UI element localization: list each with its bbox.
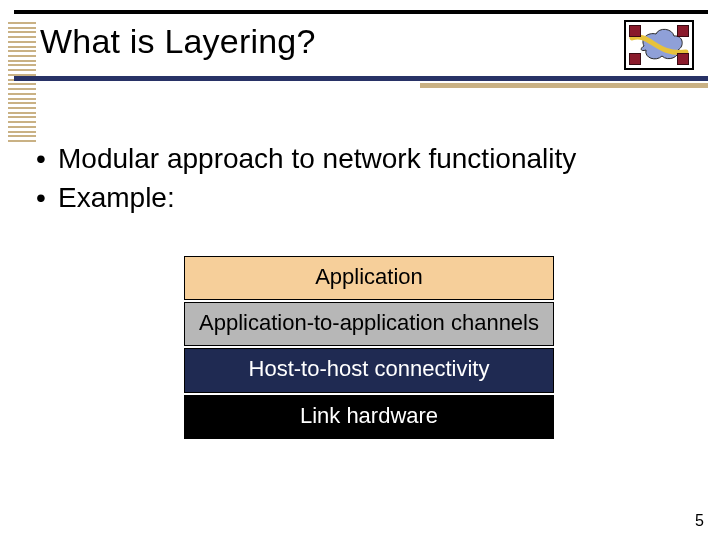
title-underline-dark xyxy=(14,76,708,81)
bullet-item: • Modular approach to network functional… xyxy=(36,140,576,179)
layer-stack: Application Application-to-application c… xyxy=(184,256,554,439)
layer-application: Application xyxy=(184,256,554,300)
bullet-text: Example: xyxy=(58,179,175,218)
bullet-mark: • xyxy=(36,179,58,218)
bullet-text: Modular approach to network functionalit… xyxy=(58,140,576,179)
bullet-list: • Modular approach to network functional… xyxy=(36,140,576,217)
corner-square-icon xyxy=(629,25,641,37)
page-number: 5 xyxy=(695,512,704,530)
network-icon xyxy=(624,20,694,70)
slide-title: What is Layering? xyxy=(40,22,316,61)
bullet-mark: • xyxy=(36,140,58,179)
corner-square-icon xyxy=(677,25,689,37)
layer-app-to-app-channels: Application-to-application channels xyxy=(184,302,554,346)
top-rule xyxy=(14,10,708,14)
corner-square-icon xyxy=(629,53,641,65)
decorative-comb xyxy=(8,22,36,142)
layer-link-hardware: Link hardware xyxy=(184,395,554,439)
layer-host-to-host: Host-to-host connectivity xyxy=(184,348,554,392)
corner-square-icon xyxy=(677,53,689,65)
title-underline-tan xyxy=(420,83,708,88)
bullet-item: • Example: xyxy=(36,179,576,218)
